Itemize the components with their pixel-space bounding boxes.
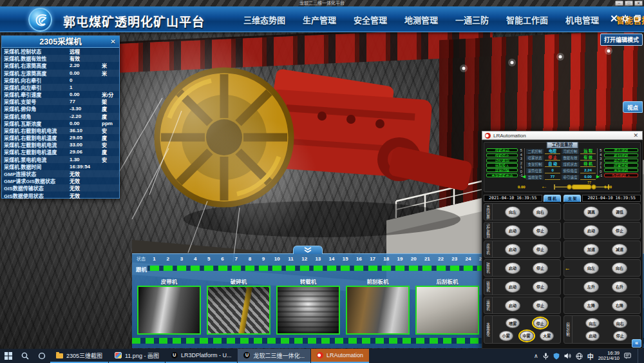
nav-menu-item[interactable]: 安全管理 — [354, 14, 387, 26]
round-control-button[interactable]: 喷雾 — [506, 318, 520, 328]
task-label: LR3DPlatform - U... — [181, 352, 232, 358]
camera-thumbnail[interactable] — [415, 286, 479, 335]
nav-menu-item[interactable]: 生产管理 — [303, 14, 336, 26]
close-button[interactable]: ✕ — [634, 1, 643, 6]
round-control-button[interactable]: 启动 — [505, 300, 520, 311]
round-control-button[interactable]: 调低 — [612, 206, 627, 218]
expand-panel-button[interactable]: « — [632, 339, 641, 348]
taskbar-task[interactable]: 2305三维截图 — [50, 349, 108, 363]
round-control-button[interactable]: 减速 — [612, 244, 627, 255]
round-control-button[interactable]: 启动 — [505, 262, 520, 274]
round-control-button[interactable]: 启动 — [583, 225, 599, 237]
support-number: 5 — [207, 256, 210, 264]
lr-close-icon[interactable]: ✕ — [633, 132, 639, 139]
camera-thumbnail[interactable] — [137, 286, 201, 335]
tools-icon[interactable] — [609, 14, 618, 23]
round-control-button[interactable]: 停止 — [533, 262, 548, 274]
ime-indicator[interactable]: 中 — [587, 351, 594, 361]
round-control-button[interactable]: 停止 — [533, 318, 547, 328]
round-control-button[interactable]: 左升 — [583, 281, 599, 293]
control-group: 皮带机 启动 停止 — [484, 240, 561, 258]
minimize-button[interactable]: – — [615, 1, 623, 6]
nav-menu-item[interactable]: 智能工作面 — [506, 14, 548, 26]
lr-green-button[interactable]: 就地切除 — [486, 168, 518, 172]
taskbar-task[interactable]: 11.png - 画图 — [109, 349, 165, 363]
camera-thumbnail[interactable] — [276, 286, 340, 335]
shearer-group-tab[interactable]: 煤 机 — [544, 195, 561, 202]
network-globe-icon[interactable] — [576, 353, 583, 360]
support-group-tab[interactable]: 支 架 — [564, 195, 581, 202]
workface-control-tab[interactable]: 工作面集控 — [547, 142, 578, 148]
collapse-panel-button[interactable] — [293, 246, 323, 254]
position-slider[interactable] — [554, 184, 609, 190]
taskbar-task[interactable]: 龙软二三维一体化... — [238, 349, 310, 363]
round-control-button[interactable]: 启动 — [505, 244, 520, 255]
round-control-button[interactable]: 向右 — [613, 318, 627, 328]
nav-menu-item[interactable]: 一通三防 — [455, 14, 489, 26]
group-label: 方向切换 — [484, 204, 493, 220]
search-button[interactable] — [17, 349, 33, 363]
viewpoint-tab[interactable]: 视点 — [623, 101, 643, 113]
camera-thumbnail[interactable] — [346, 286, 410, 335]
round-control-button[interactable]: 中雾 — [520, 331, 534, 341]
round-control-button[interactable]: 加速 — [583, 244, 599, 255]
round-control-button[interactable]: 停止 — [612, 225, 627, 237]
round-control-button[interactable]: 大雾 — [540, 331, 554, 341]
hint-arrow-icon: ← — [564, 265, 571, 271]
nav-menu-item[interactable]: 地测管理 — [404, 14, 438, 26]
security-shield-icon[interactable] — [553, 353, 560, 360]
round-control-button[interactable]: 左降 — [583, 300, 599, 311]
round-control-button[interactable]: 停止 — [533, 281, 548, 293]
show-desktop-button[interactable] — [638, 349, 640, 363]
lr-green-button[interactable]: 记忆截割 — [486, 159, 518, 162]
lr-lock-button[interactable]: 截割闭锁 — [604, 153, 638, 157]
round-control-button[interactable]: 右升 — [612, 281, 627, 293]
round-control-button[interactable]: 向右 — [533, 206, 548, 218]
round-control-button[interactable]: 右降 — [612, 300, 627, 311]
round-control-button[interactable]: 调高 — [583, 206, 599, 218]
task-app-icon — [56, 353, 63, 358]
maximize-button[interactable]: □ — [625, 1, 633, 6]
round-control-button[interactable]: 停止 — [613, 331, 627, 341]
round-control-button[interactable]: 启动 — [505, 281, 520, 293]
cortana-button[interactable] — [33, 349, 50, 363]
data-label: 采煤机.数据有效性 — [4, 55, 70, 62]
taskbar-clock[interactable]: 16:39 2021/4/10 — [598, 351, 620, 362]
round-control-button[interactable]: 停止 — [533, 244, 548, 255]
round-control-button[interactable]: 停止 — [533, 300, 548, 311]
round-control-button[interactable]: 向左 — [585, 318, 600, 328]
nav-menu-item[interactable]: 机电管理 — [565, 14, 599, 26]
round-control-button[interactable]: 小雾 — [499, 331, 513, 341]
action-center-icon[interactable] — [624, 353, 631, 359]
round-control-button[interactable]: 启动 — [505, 225, 520, 237]
round-control-button[interactable]: 停止 — [533, 225, 548, 237]
tray-chevron-icon[interactable]: ∧ — [534, 353, 538, 359]
lr-lock-button[interactable]: 急停闭锁 ⚠ — [604, 173, 638, 177]
restore-window-icon[interactable] — [632, 14, 641, 23]
lr-lock-button[interactable]: 调高闭锁 — [604, 148, 638, 152]
start-button[interactable] — [0, 349, 17, 363]
round-control-button[interactable]: 启动 — [585, 331, 600, 341]
nav-menu-item[interactable]: 三维态势图 — [243, 14, 285, 26]
open-edit-mode-button[interactable]: 打开编辑模式 — [600, 34, 643, 46]
lr-green-button[interactable]: 煤机停止 — [486, 153, 518, 157]
round-control-button[interactable]: 向左 — [505, 206, 520, 218]
lr-green-button[interactable]: 远程投入 — [486, 163, 518, 167]
lr-lock-button[interactable]: 支架闭锁 — [604, 168, 638, 172]
taskbar-task[interactable]: LR3DPlatform - U... — [166, 349, 238, 363]
lr-lock-button[interactable]: 牵引闭锁 — [604, 159, 638, 162]
lr-green-button[interactable]: 煤机启动 — [486, 148, 518, 152]
microphone-icon[interactable] — [543, 353, 549, 360]
support-state-cell: 20 — [407, 256, 421, 271]
round-control-button[interactable]: 向左 — [583, 262, 599, 274]
camera-thumbnail[interactable] — [207, 286, 270, 335]
data-label: 采煤机.右截割电机电流 — [4, 127, 70, 134]
panel-close-icon[interactable]: ✕ — [109, 37, 117, 46]
taskbar-task[interactable]: LRAutomation — [311, 349, 369, 363]
speaker-icon[interactable] — [564, 353, 571, 359]
round-control-button[interactable]: 向右 — [612, 262, 627, 274]
data-label: 采煤机.倾角 — [4, 113, 70, 120]
lr-lock-button[interactable]: 喷雾闭锁 — [604, 163, 638, 167]
gear-icon[interactable] — [621, 14, 630, 23]
lr-green-button[interactable]: 支架跟机启动 — [486, 173, 518, 177]
